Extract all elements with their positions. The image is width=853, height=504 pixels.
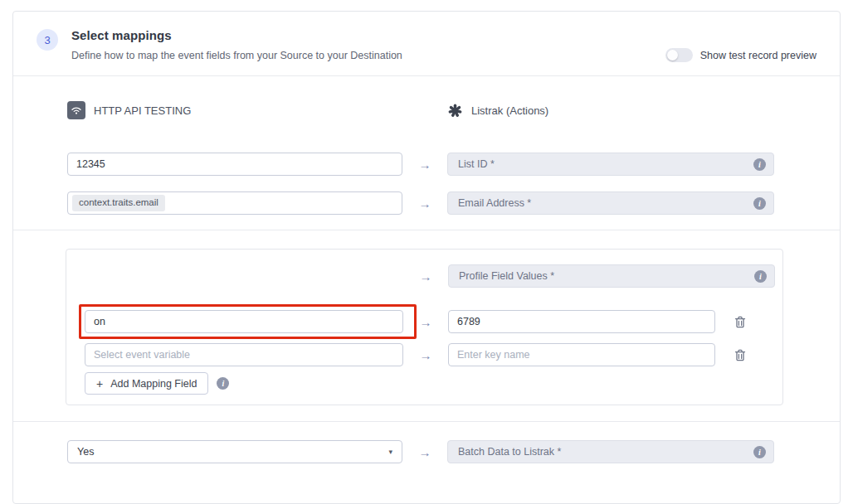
profile-field-values-section: → Profile Field Values * i → — [13, 249, 840, 421]
arrow-right-icon: → — [402, 196, 447, 211]
profile-field-values-destination-field: Profile Field Values * i — [448, 264, 775, 288]
key-name-input[interactable] — [448, 310, 715, 333]
page-title: Select mappings — [71, 28, 816, 42]
plus-icon: + — [96, 377, 103, 390]
info-icon[interactable]: i — [753, 197, 766, 210]
source-wifi-icon — [67, 101, 85, 119]
trash-icon — [734, 349, 746, 361]
destination-field-label: Profile Field Values * — [459, 270, 554, 282]
arrow-right-icon: → — [403, 315, 448, 329]
variable-chip[interactable]: context.traits.email — [72, 195, 165, 211]
arrow-right-icon: → — [402, 445, 447, 459]
delete-mapping-button[interactable] — [734, 349, 746, 361]
mapping-row-email: context.traits.email → Email Address * i — [67, 191, 773, 215]
add-mapping-field-label: Add Mapping Field — [110, 378, 197, 390]
destination-field-label: Batch Data to Listrak * — [458, 446, 561, 458]
select-value: Yes — [77, 446, 94, 458]
profile-field-values-box: → Profile Field Values * i → — [66, 249, 783, 405]
info-icon[interactable]: i — [754, 270, 767, 283]
arrow-right-icon: → — [402, 158, 447, 172]
trash-icon — [734, 316, 746, 328]
info-icon[interactable]: i — [217, 377, 229, 390]
batch-section: Yes ▾ → Batch Data to Listrak * i — [13, 422, 840, 503]
toggle-label: Show test record preview — [700, 50, 816, 61]
mapping-pair-row: → — [85, 343, 782, 366]
event-variable-input[interactable] — [85, 343, 403, 366]
destination-column-header: Listrak (Actions) — [447, 103, 774, 119]
destination-header-label: Listrak (Actions) — [471, 104, 548, 117]
highlight-annotation — [79, 304, 417, 339]
arrow-right-icon: → — [403, 348, 448, 362]
mapping-row-batch: Yes ▾ → Batch Data to Listrak * i — [67, 440, 773, 463]
destination-field-label: List ID * — [458, 158, 495, 170]
caret-down-icon: ▾ — [388, 448, 392, 456]
source-column-header: HTTP API TESTING — [67, 101, 402, 119]
destination-field-label: Email Address * — [458, 197, 531, 209]
select-mappings-card: 3 Select mappings Define how to map the … — [12, 11, 841, 504]
email-source-input[interactable]: context.traits.email — [67, 191, 402, 215]
arrow-right-icon: → — [403, 269, 448, 284]
mapping-pair-row: → — [85, 310, 782, 333]
email-destination-field: Email Address * i — [447, 191, 774, 215]
batch-destination-field: Batch Data to Listrak * i — [447, 440, 774, 463]
listrak-logo-icon — [447, 103, 463, 119]
profile-field-values-row: → Profile Field Values * i — [85, 264, 782, 288]
info-icon[interactable]: i — [753, 446, 766, 458]
event-variable-input[interactable] — [85, 310, 403, 333]
delete-mapping-button[interactable] — [734, 316, 746, 328]
show-test-record-preview-toggle[interactable] — [665, 48, 693, 62]
page-subtitle: Define how to map the event fields from … — [71, 50, 402, 61]
mappings-section: HTTP API TESTING — [13, 76, 840, 230]
key-name-input[interactable] — [448, 343, 715, 366]
divider — [13, 230, 840, 230]
info-icon[interactable]: i — [753, 158, 766, 171]
step-number-badge: 3 — [37, 29, 58, 51]
toggle-knob — [667, 50, 678, 61]
card-header: 3 Select mappings Define how to map the … — [13, 12, 840, 75]
list-id-source-input[interactable] — [67, 153, 402, 176]
mapping-row-list-id: → List ID * i — [67, 153, 773, 176]
batch-source-select[interactable]: Yes ▾ — [67, 440, 402, 463]
add-mapping-field-button[interactable]: + Add Mapping Field — [85, 372, 208, 395]
source-header-label: HTTP API TESTING — [94, 104, 191, 117]
list-id-destination-field: List ID * i — [447, 153, 774, 176]
